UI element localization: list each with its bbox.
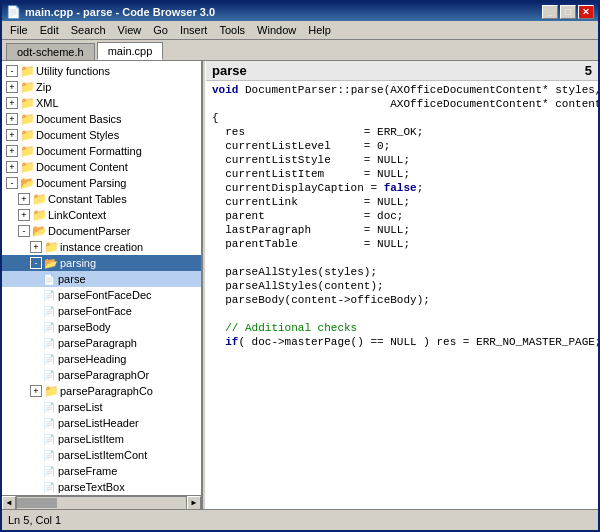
tree-item-parseparagraphor[interactable]: 📄 parseParagraphOr	[2, 367, 201, 383]
menu-tools[interactable]: Tools	[213, 22, 251, 38]
file-icon: 📄	[42, 480, 56, 494]
tree-item-parselistheader[interactable]: 📄 parseListHeader	[2, 415, 201, 431]
file-icon: 📄	[42, 320, 56, 334]
tree-item-docparser[interactable]: - 📂 DocumentParser	[2, 223, 201, 239]
tree-item-parseheading[interactable]: 📄 parseHeading	[2, 351, 201, 367]
tree-item-doc-styles[interactable]: + 📁 Document Styles	[2, 127, 201, 143]
code-header: parse 5	[206, 61, 598, 81]
tree-item-linkcontext[interactable]: + 📁 LinkContext	[2, 207, 201, 223]
tree-label: Document Styles	[36, 129, 119, 141]
menu-bar: File Edit Search View Go Insert Tools Wi…	[2, 21, 598, 40]
code-content[interactable]: void DocumentParser::parse(AXOfficeDocum…	[206, 81, 598, 509]
tree-item-parsefontfacedec[interactable]: 📄 parseFontFaceDec	[2, 287, 201, 303]
status-bar: Ln 5, Col 1	[2, 509, 598, 530]
file-icon: 📄	[42, 400, 56, 414]
expand-toggle[interactable]: +	[6, 161, 18, 173]
title-bar: 📄 main.cpp - parse - Code Browser 3.0 _ …	[2, 2, 598, 21]
tree-label: parseTextBox	[58, 481, 125, 493]
file-icon: 📄	[42, 432, 56, 446]
folder-icon: 📂	[20, 176, 34, 190]
expand-toggle[interactable]: +	[6, 145, 18, 157]
tree-item-parseframe[interactable]: 📄 parseFrame	[2, 463, 201, 479]
tree-item-parselist[interactable]: 📄 parseList	[2, 399, 201, 415]
tree-item-parsing[interactable]: - 📂 parsing	[2, 255, 201, 271]
tree-horizontal-scrollbar[interactable]: ◀ ▶	[2, 495, 201, 509]
tree-item-parseparagraphco[interactable]: + 📁 parseParagraphCo	[2, 383, 201, 399]
tree-item-parse[interactable]: 📄 parse	[2, 271, 201, 287]
tree-label: parse	[58, 273, 86, 285]
tab-odt-scheme[interactable]: odt-scheme.h	[6, 43, 95, 60]
scroll-right-btn[interactable]: ▶	[187, 496, 201, 510]
expand-toggle[interactable]: -	[6, 177, 18, 189]
file-icon: 📄	[42, 416, 56, 430]
minimize-button[interactable]: _	[542, 5, 558, 19]
expand-toggle[interactable]: -	[18, 225, 30, 237]
tree-item-xml[interactable]: + 📁 XML	[2, 95, 201, 111]
code-panel: parse 5 void DocumentParser::parse(AXOff…	[206, 61, 598, 509]
menu-edit[interactable]: Edit	[34, 22, 65, 38]
expand-toggle[interactable]: -	[30, 257, 42, 269]
tree-item-instance[interactable]: + 📁 instance creation	[2, 239, 201, 255]
expand-toggle[interactable]: +	[6, 113, 18, 125]
folder-open-icon: 📂	[44, 256, 58, 270]
tree-item-doc-basics[interactable]: + 📁 Document Basics	[2, 111, 201, 127]
window: 📄 main.cpp - parse - Code Browser 3.0 _ …	[0, 0, 600, 532]
expand-toggle[interactable]: +	[18, 193, 30, 205]
tree-label: parseList	[58, 401, 103, 413]
expand-toggle[interactable]: -	[6, 65, 18, 77]
expand-toggle[interactable]: +	[6, 81, 18, 93]
file-icon: 📄	[42, 464, 56, 478]
tree-item-doc-parsing[interactable]: - 📂 Document Parsing	[2, 175, 201, 191]
tree-label: Utility functions	[36, 65, 110, 77]
scroll-left-btn[interactable]: ◀	[2, 496, 16, 510]
tree-content: - 📁 Utility functions + 📁 Zip +	[2, 61, 201, 495]
tree-label: parseHeading	[58, 353, 127, 365]
close-button[interactable]: ✕	[578, 5, 594, 19]
tree-item-parselistitemcont[interactable]: 📄 parseListItemCont	[2, 447, 201, 463]
tree-item-utility[interactable]: - 📁 Utility functions	[2, 63, 201, 79]
folder-icon: 📁	[20, 112, 34, 126]
folder-icon: 📁	[20, 144, 34, 158]
tree-item-zip[interactable]: + 📁 Zip	[2, 79, 201, 95]
tree-item-parselistitem[interactable]: 📄 parseListItem	[2, 431, 201, 447]
tree-scroll[interactable]: - 📁 Utility functions + 📁 Zip +	[2, 61, 201, 495]
menu-search[interactable]: Search	[65, 22, 112, 38]
file-icon: 📄	[42, 304, 56, 318]
tree-item-doc-formatting[interactable]: + 📁 Document Formatting	[2, 143, 201, 159]
scroll-track[interactable]	[16, 496, 187, 510]
expand-toggle[interactable]: +	[6, 129, 18, 141]
tree-item-parsebody[interactable]: 📄 parseBody	[2, 319, 201, 335]
tree-panel: - 📁 Utility functions + 📁 Zip +	[2, 61, 202, 509]
menu-insert[interactable]: Insert	[174, 22, 214, 38]
maximize-button[interactable]: □	[560, 5, 576, 19]
tree-label: Zip	[36, 81, 51, 93]
menu-view[interactable]: View	[112, 22, 148, 38]
file-icon: 📄	[42, 336, 56, 350]
folder-icon: 📁	[44, 240, 58, 254]
tree-label: parseParagraph	[58, 337, 137, 349]
tree-item-doc-content[interactable]: + 📁 Document Content	[2, 159, 201, 175]
tree-label: parseParagraphCo	[60, 385, 153, 397]
menu-go[interactable]: Go	[147, 22, 174, 38]
folder-icon: 📁	[44, 384, 58, 398]
folder-icon: 📁	[20, 64, 34, 78]
tree-label: parsing	[60, 257, 96, 269]
menu-help[interactable]: Help	[302, 22, 337, 38]
expand-toggle[interactable]: +	[6, 97, 18, 109]
menu-window[interactable]: Window	[251, 22, 302, 38]
tab-main-cpp[interactable]: main.cpp	[97, 42, 164, 60]
tree-item-parsetextbox[interactable]: 📄 parseTextBox	[2, 479, 201, 495]
expand-toggle[interactable]: +	[30, 241, 42, 253]
expand-toggle[interactable]: +	[30, 385, 42, 397]
menu-file[interactable]: File	[4, 22, 34, 38]
expand-toggle[interactable]: +	[18, 209, 30, 221]
file-icon: 📄	[42, 272, 56, 286]
tree-item-parsefontface[interactable]: 📄 parseFontFace	[2, 303, 201, 319]
tree-label: parseListItem	[58, 433, 124, 445]
function-name: parse	[212, 63, 247, 78]
folder-icon: 📁	[20, 96, 34, 110]
tree-item-parseparagraph[interactable]: 📄 parseParagraph	[2, 335, 201, 351]
tree-item-const-tables[interactable]: + 📁 Constant Tables	[2, 191, 201, 207]
tree-label: Document Parsing	[36, 177, 127, 189]
folder-icon: 📁	[20, 160, 34, 174]
